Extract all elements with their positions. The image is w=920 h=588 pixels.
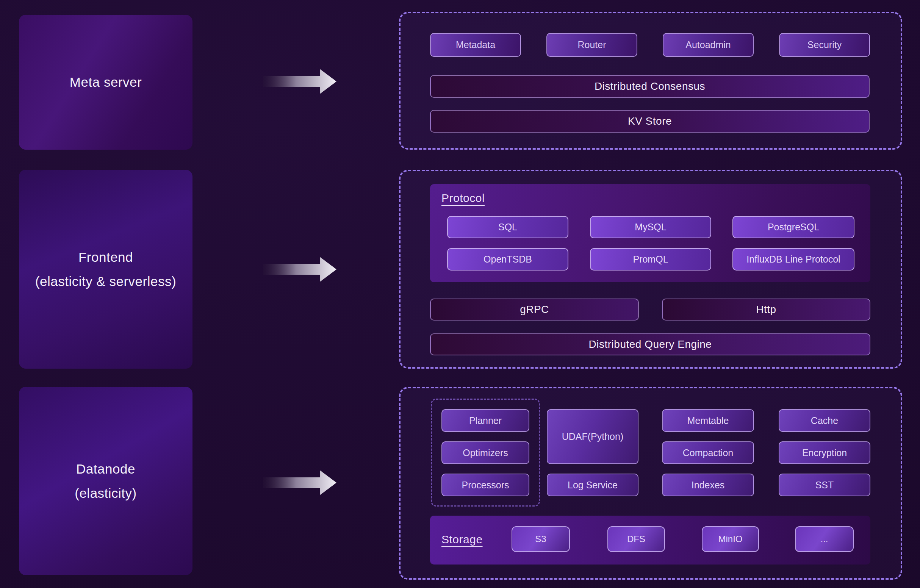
cache-chip: Cache: [779, 409, 870, 432]
metadata-chip: Metadata: [430, 33, 521, 57]
meta-server-label: Meta server: [70, 70, 142, 94]
storage-panel: Storage S3 DFS MinIO ...: [430, 516, 870, 565]
distributed-query-engine-bar: Distributed Query Engine: [430, 334, 870, 355]
udaf-python-chip: UDAF(Python): [547, 409, 638, 464]
mysql-chip: MySQL: [590, 216, 711, 238]
planner-chip: Planner: [441, 409, 529, 432]
flow-arrow-frontend: [260, 252, 340, 287]
meta-chip-row: Metadata Router Autoadmin Security: [430, 33, 870, 57]
compaction-chip: Compaction: [662, 441, 754, 464]
indexes-chip: Indexes: [662, 474, 754, 496]
flow-arrow-meta: [260, 65, 340, 99]
s3-chip: S3: [512, 526, 570, 552]
storage-heading: Storage: [441, 533, 483, 546]
encryption-chip: Encryption: [779, 441, 870, 464]
protocol-panel: Protocol SQL MySQL PostgreSQL OpenTSDB P…: [430, 184, 870, 282]
datanode-label: Datanode: [76, 457, 135, 481]
frontend-sublabel: (elasticity & serverless): [35, 269, 176, 294]
http-bar: Http: [662, 298, 870, 321]
distributed-consensus-bar: Distributed Consensus: [430, 75, 870, 98]
datanode-sublabel: (elasticity): [75, 481, 137, 505]
protocol-heading: Protocol: [441, 192, 484, 204]
memtable-chip: Memtable: [662, 409, 754, 432]
frontend-label: Frontend: [78, 245, 133, 269]
meta-server-box: Meta server: [19, 15, 193, 150]
processors-chip: Processors: [441, 474, 529, 496]
promql-chip: PromQL: [590, 248, 711, 271]
grpc-bar: gRPC: [430, 298, 639, 321]
log-service-chip: Log Service: [547, 474, 638, 496]
opentsdb-chip: OpenTSDB: [447, 248, 569, 271]
optimizers-chip: Optimizers: [441, 441, 529, 464]
datanode-components-container: Planner Optimizers Processors UDAF(Pytho…: [399, 387, 902, 580]
dfs-chip: DFS: [607, 526, 665, 552]
frontend-box: Frontend (elasticity & serverless): [19, 170, 193, 369]
postgresql-chip: PostgreSQL: [732, 216, 854, 238]
sst-chip: SST: [779, 474, 870, 496]
architecture-diagram: Meta server Frontend (elasticity & serve…: [0, 0, 920, 588]
influxdb-line-protocol-chip: InfluxDB Line Protocol: [732, 248, 854, 271]
autoadmin-chip: Autoadmin: [663, 33, 754, 57]
datanode-box: Datanode (elasticity): [19, 387, 193, 575]
router-chip: Router: [546, 33, 637, 57]
kv-store-bar: KV Store: [430, 110, 870, 133]
sql-chip: SQL: [447, 216, 569, 238]
frontend-components-container: Protocol SQL MySQL PostgreSQL OpenTSDB P…: [399, 170, 902, 369]
security-chip: Security: [779, 33, 870, 57]
flow-arrow-datanode: [260, 466, 340, 500]
meta-components-container: Metadata Router Autoadmin Security Distr…: [399, 12, 902, 150]
more-storage-chip: ...: [795, 526, 854, 552]
minio-chip: MinIO: [702, 526, 759, 552]
